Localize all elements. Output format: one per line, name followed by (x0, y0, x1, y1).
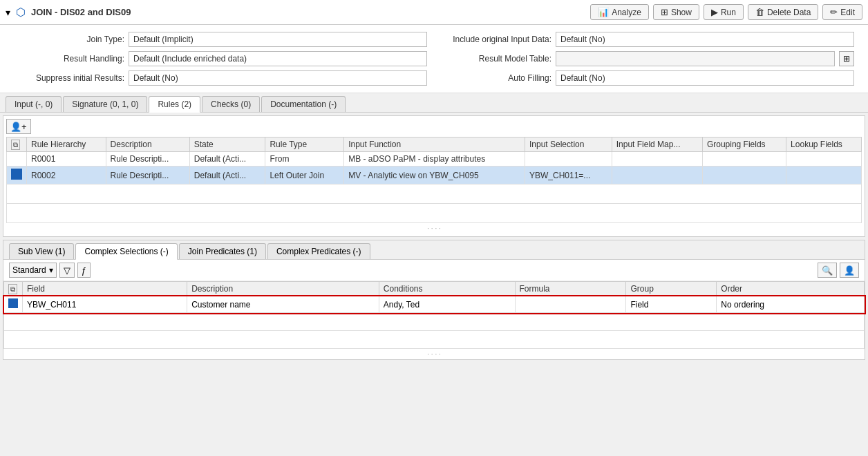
sel-indicator-cell (4, 296, 23, 313)
rule-grouping-cell (702, 152, 786, 167)
rules-table: ⧉ Rule Hierarchy Description State Rule … (6, 137, 862, 223)
rule-lookup-cell (786, 167, 862, 184)
row-indicator-cell (7, 167, 27, 184)
tab-join-predicates[interactable]: Join Predicates (1) (179, 243, 266, 259)
rule-function-cell: MB - aDSO PaPM - display attributes (344, 152, 525, 167)
tab-input[interactable]: Input (-, 0) (6, 96, 62, 112)
show-icon: ⊞ (661, 7, 668, 17)
join-type-label: Join Type: (14, 35, 124, 44)
sel-conditions-cell: Andy, Ted (379, 296, 515, 313)
col-rule-type: Rule Type (265, 137, 344, 152)
rule-lookup-cell (786, 152, 862, 167)
rule-fieldmap-cell (612, 167, 702, 184)
col-lookup-fields: Lookup Fields (786, 137, 862, 152)
tab-complex-selections[interactable]: Complex Selections (-) (75, 243, 177, 260)
scroll-dots: · · · · (6, 223, 862, 234)
header-left: ▾ ⬡ JOIN - DIS02 and DIS09 (6, 6, 131, 19)
sel-desc-cell: Customer name (187, 296, 379, 313)
rule-id-cell: R0002 (27, 167, 106, 184)
sel-formula-cell (515, 296, 626, 313)
rule-state-cell: Default (Acti... (189, 152, 265, 167)
page-title: JOIN - DIS02 and DIS09 (31, 7, 131, 17)
bottom-section: Sub View (1) Complex Selections (-) Join… (3, 240, 865, 360)
run-icon: ▶ (711, 7, 718, 17)
suppress-input[interactable] (129, 70, 427, 86)
search-button[interactable]: 🔍 (818, 263, 837, 278)
rule-desc-cell: Rule Descripti... (106, 152, 189, 167)
auto-filling-row: Auto Filling: (441, 70, 854, 86)
analyze-icon: 📊 (598, 7, 609, 17)
row-selected-indicator (8, 298, 18, 308)
auto-filling-label: Auto Filling: (441, 73, 551, 83)
tab-sub-view[interactable]: Sub View (1) (9, 243, 74, 259)
result-handling-input[interactable] (129, 51, 427, 66)
table-row-empty (7, 204, 862, 223)
add-rule-button[interactable]: 👤+ (6, 119, 31, 134)
auto-filling-input[interactable] (556, 70, 854, 86)
col-desc-sel: Description (187, 282, 379, 296)
tab-documentation[interactable]: Documentation (-) (261, 96, 346, 112)
include-input-field[interactable] (556, 32, 854, 47)
tab-complex-predicates[interactable]: Complex Predicates (-) (267, 243, 370, 259)
col-conditions: Conditions (379, 282, 515, 296)
chevron-down-icon[interactable]: ▾ (6, 7, 10, 18)
bottom-toolbar: Standard ▾ ▽ ƒ 🔍 👤 (3, 260, 865, 281)
table-row[interactable]: R0002 Rule Descripti... Default (Acti...… (7, 167, 862, 184)
sel-field-cell: YBW_CH011 (23, 296, 187, 313)
table-row[interactable]: R0001 Rule Descripti... Default (Acti...… (7, 152, 862, 167)
rule-selection-cell (525, 152, 612, 167)
include-input-row: Include original Input Data: (441, 32, 854, 47)
col-input-field-map: Input Field Map... (612, 137, 702, 152)
delete-data-button[interactable]: 🗑 Delete Data (748, 4, 818, 20)
tab-signature[interactable]: Signature (0, 1, 0) (63, 96, 147, 112)
tab-checks[interactable]: Checks (0) (202, 96, 260, 112)
bottom-tabs: Sub View (1) Complex Selections (-) Join… (3, 240, 865, 260)
sel-group-cell: Field (626, 296, 717, 313)
suppress-row: Suppress initial Results: (14, 70, 427, 86)
table-row-empty (4, 313, 865, 331)
col-grouping-fields: Grouping Fields (702, 137, 786, 152)
sel-order-cell: No ordering (717, 296, 865, 313)
filter-button[interactable]: ▽ (59, 263, 75, 278)
table-row[interactable]: YBW_CH011 Customer name Andy, Ted Field … (4, 296, 865, 313)
form-grid: Join Type: Include original Input Data: … (14, 32, 854, 86)
formula-button[interactable]: ƒ (77, 263, 91, 278)
result-model-input[interactable] (556, 51, 835, 66)
table-row-empty (7, 184, 862, 204)
col-input-selection: Input Selection (525, 137, 612, 152)
main-tabs: Input (-, 0) Signature (0, 1, 0) Rules (… (0, 93, 868, 113)
result-model-browse-button[interactable]: ⊞ (839, 51, 854, 66)
analyze-button[interactable]: 📊 Analyze (590, 4, 649, 20)
join-type-input[interactable] (129, 32, 427, 47)
col-formula: Formula (515, 282, 626, 296)
col-state: State (189, 137, 265, 152)
row-selected-indicator (11, 169, 22, 180)
rule-state-cell: Default (Acti... (189, 167, 265, 184)
scroll-dots-bottom: · · · · (3, 349, 865, 359)
add-person-button[interactable]: 👤 (840, 263, 859, 278)
header-actions: 📊 Analyze ⊞ Show ▶ Run 🗑 Delete Data ✏ E… (590, 4, 862, 20)
rules-container: 👤+ ⧉ Rule Hierarchy Description State Ru… (3, 115, 865, 237)
delete-icon: 🗑 (755, 7, 764, 17)
rule-function-cell: MV - Analytic view on YBW_CH095 (344, 167, 525, 184)
rule-selection-cell: YBW_CH011=... (525, 167, 612, 184)
col-description: Description (106, 137, 189, 152)
tab-rules[interactable]: Rules (2) (149, 96, 200, 113)
result-handling-row: Result Handling: (14, 51, 427, 66)
toolbar-left: Standard ▾ ▽ ƒ (9, 263, 91, 278)
run-button[interactable]: ▶ Run (704, 4, 744, 20)
col-group: Group (626, 282, 717, 296)
form-area: Join Type: Include original Input Data: … (0, 25, 868, 93)
table-row-empty (4, 331, 865, 349)
result-handling-label: Result Handling: (14, 54, 124, 64)
col-copy-sel: ⧉ (4, 282, 23, 296)
app-icon: ⬡ (16, 6, 26, 19)
selections-table: ⧉ Field Description Conditions Formula G… (3, 281, 865, 349)
edit-button[interactable]: ✏ Edit (822, 4, 862, 20)
suppress-label: Suppress initial Results: (14, 73, 124, 83)
result-model-row: Result Model Table: ⊞ (441, 51, 854, 66)
col-copy: ⧉ (7, 137, 27, 152)
show-button[interactable]: ⊞ Show (653, 4, 699, 20)
view-select[interactable]: Standard ▾ (9, 263, 57, 278)
col-rule-hierarchy: Rule Hierarchy (27, 137, 106, 152)
